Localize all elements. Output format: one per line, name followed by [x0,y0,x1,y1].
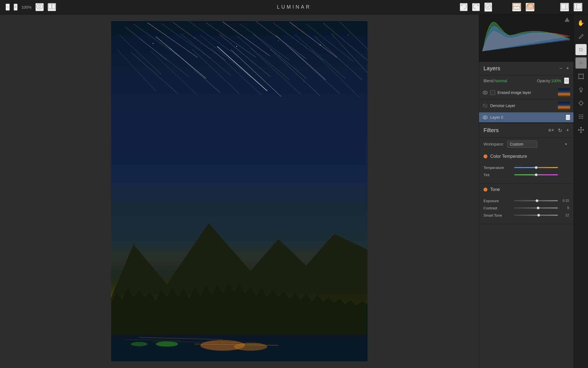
redo-button[interactable] [472,3,480,11]
gray-balance-tool-button[interactable]: ○ [575,57,587,69]
canvas-area[interactable] [0,14,479,368]
svg-line-21 [239,23,290,60]
layers-title: Layers [483,65,500,72]
layer-visibility-icon-layer0[interactable] [482,115,488,120]
filters-add-button[interactable]: + [566,127,569,133]
filter-tone-header[interactable]: Tone [479,184,574,195]
brush-tool-button[interactable] [575,31,587,42]
undo-button[interactable] [460,3,468,11]
filters-title: Filters [483,127,499,134]
svg-point-83 [580,115,581,115]
svg-line-46 [231,50,281,96]
contrast-thumb[interactable] [537,207,540,209]
main-container: Layers − + Blend: Normal Opacity: 100% ⚙ [0,14,588,368]
preview-button[interactable] [35,3,44,11]
image-view-button[interactable] [512,3,521,11]
exposure-label: Exposure [483,199,514,203]
histogram-clipping-icon[interactable] [565,17,570,22]
erase-tool-button[interactable] [575,98,587,109]
opacity-value[interactable]: 100% [551,79,561,83]
tint-slider-track-wrapper[interactable] [514,172,558,178]
svg-line-43 [170,48,220,92]
contrast-slider-track-wrapper[interactable] [514,205,558,211]
smart-tone-value: 12 [558,213,569,217]
layer-name-erased: Erased image layer [497,90,556,95]
layers-minimize-button[interactable]: − [559,66,562,71]
workspace-label: Workspace: [483,142,504,146]
svg-line-26 [323,23,368,60]
svg-line-28 [120,35,161,74]
blend-label: Blend: [483,79,495,83]
workspace-select-wrapper: Custom Landscape Portrait Default [507,141,569,148]
transform-tool-button[interactable] [575,124,587,135]
exposure-thumb[interactable] [536,199,538,202]
opacity-label: Opacity: [537,79,551,83]
layer-name-denoise: Denoise Layer [490,103,556,108]
layer-item-layer0[interactable]: Layer 0 ⊟ [479,112,574,123]
svg-point-52 [195,38,195,38]
svg-point-86 [580,116,581,117]
layers-view-button[interactable] [526,3,534,11]
panel-layout-button[interactable] [560,3,569,11]
svg-line-24 [290,22,337,57]
layers-add-button[interactable]: + [566,66,569,71]
layer-item-denoise[interactable]: Denoise Layer [479,99,574,112]
layer-settings-button[interactable]: ⚙ [564,78,569,84]
minimize-button[interactable]: − [6,4,10,11]
svg-point-54 [278,40,279,41]
svg-line-39 [331,34,368,73]
smart-tone-label: Smart Tone [483,213,514,217]
filter-color-temperature-header[interactable]: Color Temperature [479,151,574,162]
svg-line-57 [217,46,267,91]
temperature-track [514,167,558,168]
smart-tone-thumb[interactable] [537,214,540,217]
workspace-row: Workspace: Custom Landscape Portrait Def… [479,138,574,151]
svg-line-41 [131,52,178,94]
split-view-button[interactable] [48,3,56,11]
filters-sort-button[interactable]: ≡+ [548,127,554,133]
contrast-slider-row: Contrast 9 [483,205,569,211]
temperature-slider-track-wrapper[interactable] [514,164,558,171]
svg-line-48 [270,49,320,96]
white-balance-tool-button[interactable]: □ [575,44,587,55]
svg-point-62 [131,342,147,346]
svg-line-44 [192,49,239,94]
layer-checkbox[interactable] [490,90,495,95]
tint-thumb[interactable] [535,173,538,176]
layer-visibility-icon-denoise[interactable] [482,103,488,108]
crop-tool-button[interactable] [575,71,587,82]
photo-canvas [111,21,368,361]
exposure-slider-row: Exposure 0.15 [483,198,569,204]
smart-tone-slider-track-wrapper[interactable] [514,212,558,218]
svg-point-72 [484,117,486,118]
tint-track [514,174,558,175]
texture-tool-button[interactable] [575,111,587,122]
full-panel-button[interactable] [574,3,582,11]
blend-value[interactable]: Normal [495,79,507,83]
histogram [479,14,574,62]
exposure-slider-track-wrapper[interactable] [514,198,558,204]
app-title: LUMINAR [277,4,311,10]
tint-slider-row: Tint [483,172,569,178]
clone-tool-button[interactable] [575,84,587,95]
layer-visibility-icon[interactable] [482,90,488,95]
svg-point-84 [582,115,583,115]
filters-refresh-button[interactable]: ↻ [558,127,562,134]
svg-rect-2 [48,4,52,9]
layer-item-erased[interactable]: Erased image layer [479,86,574,99]
workspace-select[interactable]: Custom Landscape Portrait Default [507,141,537,148]
zoom-in-button[interactable]: + [14,4,18,11]
zoom-level: 100% [21,5,31,9]
svg-point-89 [580,118,581,119]
svg-marker-81 [579,101,583,105]
svg-point-68 [484,92,486,93]
filters-header: Filters ≡+ ↻ + [479,123,574,138]
exposure-track [514,200,558,201]
svg-line-29 [139,38,189,77]
contrast-label: Contrast [483,206,514,210]
layer0-settings-button[interactable]: ⊟ [566,115,570,120]
hand-tool-button[interactable]: ✋ [575,17,587,28]
save-button[interactable] [484,3,492,12]
topbar-left: − + 100% [6,3,56,11]
temperature-thumb[interactable] [535,166,538,169]
